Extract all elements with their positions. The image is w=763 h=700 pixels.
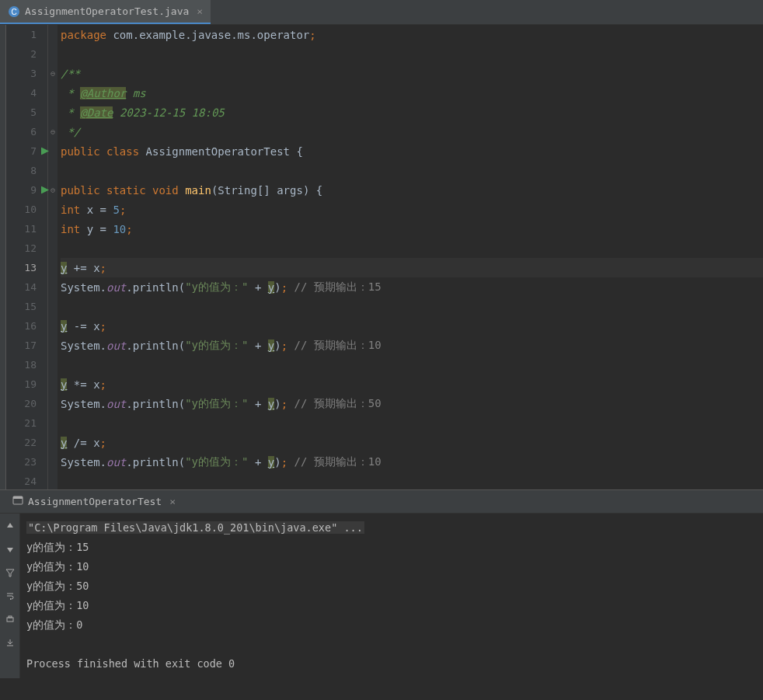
close-icon[interactable]: × — [197, 5, 203, 17]
console-toolbar — [0, 514, 20, 678]
down-arrow-icon[interactable] — [2, 542, 18, 557]
line-number: 11 — [6, 219, 47, 239]
line-number: 21 — [6, 413, 47, 433]
line-number: 15 — [6, 297, 47, 316]
console-line: y的值为：10 — [26, 557, 757, 576]
run-tool-window: AssignmentOperatorTest × "C:\Program Fil… — [0, 489, 763, 678]
line-number: 22 — [6, 433, 47, 452]
export-icon[interactable] — [2, 635, 18, 650]
console-output[interactable]: "C:\Program Files\Java\jdk1.8.0_201\bin\… — [20, 514, 763, 678]
line-number: 9 — [6, 180, 47, 200]
svg-text:C: C — [11, 8, 16, 16]
run-gutter-icon[interactable] — [41, 145, 49, 157]
line-number: 18 — [6, 355, 47, 374]
run-gutter-icon[interactable] — [41, 184, 49, 196]
code-area[interactable]: package com.example.javase.ms.operator; … — [57, 25, 763, 489]
class-file-icon: C — [8, 5, 20, 18]
line-number: 1 — [6, 25, 47, 44]
code-editor[interactable]: 1 2 3 4 5 6 7 8 9 10 11 12 13 14 15 16 1… — [0, 25, 763, 489]
line-number: 3 — [6, 64, 47, 83]
run-tab[interactable]: AssignmentOperatorTest × — [6, 492, 182, 511]
console-line: y的值为：15 — [26, 538, 757, 557]
line-number: 24 — [6, 472, 47, 491]
editor-tabs-bar: C AssignmentOperatorTest.java × — [0, 0, 763, 25]
fold-icon[interactable]: ⊖ — [48, 64, 57, 83]
svg-rect-6 — [7, 618, 13, 622]
console-line: y的值为：0 — [26, 615, 757, 635]
up-arrow-icon[interactable] — [2, 518, 18, 534]
close-icon[interactable]: × — [169, 496, 176, 507]
filter-icon[interactable] — [2, 565, 18, 580]
line-number: 10 — [6, 200, 47, 219]
line-number: 6 — [6, 122, 47, 141]
line-number: 7 — [6, 141, 47, 161]
line-number: 8 — [6, 161, 47, 180]
svg-marker-3 — [41, 186, 49, 193]
line-number: 13 — [6, 258, 47, 277]
line-number: 23 — [6, 452, 47, 472]
svg-rect-7 — [9, 616, 12, 618]
svg-marker-2 — [41, 147, 49, 155]
fold-icon[interactable]: ⊖ — [48, 122, 57, 141]
console-command: "C:\Program Files\Java\jdk1.8.0_201\bin\… — [26, 521, 364, 534]
line-number: 20 — [6, 394, 47, 413]
console-line: y的值为：10 — [26, 596, 757, 615]
run-tabs-bar: AssignmentOperatorTest × — [0, 490, 763, 514]
print-icon[interactable] — [2, 611, 18, 627]
console-line: y的值为：50 — [26, 576, 757, 596]
line-number: 4 — [6, 83, 47, 103]
line-number: 12 — [6, 239, 47, 258]
console-exit: Process finished with exit code 0 — [26, 654, 757, 674]
console-icon — [12, 495, 23, 508]
fold-gutter: ⊖ ⊖ ⊖ — [48, 25, 57, 489]
line-number: 19 — [6, 374, 47, 394]
tab-filename: AssignmentOperatorTest.java — [25, 5, 189, 17]
svg-rect-5 — [13, 496, 23, 499]
run-tab-name: AssignmentOperatorTest — [28, 496, 162, 507]
line-number-gutter: 1 2 3 4 5 6 7 8 9 10 11 12 13 14 15 16 1… — [6, 25, 48, 489]
line-number: 16 — [6, 316, 47, 336]
line-number: 17 — [6, 336, 47, 355]
line-number: 14 — [6, 277, 47, 297]
wrap-icon[interactable] — [2, 588, 18, 604]
line-number: 2 — [6, 44, 47, 64]
fold-icon[interactable]: ⊖ — [48, 180, 57, 200]
file-tab[interactable]: C AssignmentOperatorTest.java × — [0, 0, 211, 24]
line-number: 5 — [6, 103, 47, 122]
left-edge-gutter — [0, 25, 6, 489]
